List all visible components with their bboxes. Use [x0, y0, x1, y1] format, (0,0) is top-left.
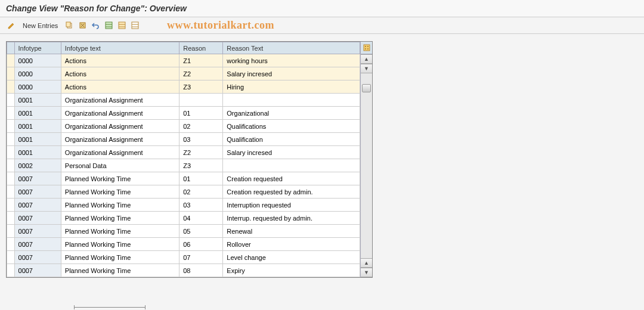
cell-reason[interactable]: 07 [179, 251, 223, 264]
select-all-rows[interactable] [7, 42, 15, 54]
cell-reason[interactable]: 05 [179, 225, 223, 238]
cell-reason[interactable]: 06 [179, 238, 223, 251]
row-selector[interactable] [7, 185, 15, 199]
cell-reason[interactable]: Z1 [179, 54, 223, 67]
cell-reason[interactable]: 04 [179, 212, 223, 225]
row-selector[interactable] [7, 199, 15, 212]
scroll-down-button[interactable]: ▼ [361, 64, 372, 73]
row-selector[interactable] [7, 107, 15, 120]
row-selector[interactable] [7, 212, 15, 225]
cell-infotype-text[interactable]: Organizational Assignment [61, 120, 179, 133]
cell-infotype[interactable]: 0007 [14, 264, 61, 277]
cell-reason-text[interactable]: Expiry [223, 264, 360, 277]
change-icon[interactable] [6, 20, 17, 31]
cell-infotype[interactable]: 0007 [14, 212, 61, 225]
cell-reason[interactable]: 03 [179, 199, 223, 212]
scroll-up-page-button[interactable]: ▲ [361, 258, 372, 268]
cell-reason-text[interactable]: Hiring [223, 80, 360, 94]
cell-infotype[interactable]: 0007 [14, 238, 61, 251]
col-infotype[interactable]: Infotype [14, 42, 61, 54]
cell-reason-text[interactable]: Salary incresed [223, 67, 360, 80]
cell-infotype[interactable]: 0007 [14, 172, 61, 185]
cell-infotype[interactable]: 0000 [14, 54, 61, 67]
cell-infotype-text[interactable]: Personal Data [61, 159, 179, 172]
cell-infotype-text[interactable]: Organizational Assignment [61, 146, 179, 159]
cell-reason[interactable]: 02 [179, 120, 223, 133]
cell-infotype-text[interactable]: Planned Working Time [61, 264, 179, 277]
scroll-down-page-button[interactable]: ▼ [361, 268, 372, 277]
table-settings-icon[interactable] [361, 42, 372, 54]
cell-reason[interactable]: 03 [179, 133, 223, 146]
cell-reason-text[interactable] [223, 159, 360, 172]
cell-infotype[interactable]: 0007 [14, 225, 61, 238]
cell-infotype[interactable]: 0002 [14, 159, 61, 172]
row-selector[interactable] [7, 238, 15, 251]
cell-reason-text[interactable]: Interrup. requested by admin. [223, 212, 360, 225]
cell-infotype[interactable]: 0007 [14, 251, 61, 264]
cell-infotype[interactable]: 0001 [14, 94, 61, 107]
cell-infotype[interactable]: 0001 [14, 133, 61, 146]
cell-reason-text[interactable]: Qualification [223, 133, 360, 146]
new-entries-button[interactable]: New Entries [19, 21, 61, 30]
row-selector[interactable] [7, 133, 15, 146]
cell-reason-text[interactable]: working hours [223, 54, 360, 67]
row-selector[interactable] [7, 225, 15, 238]
cell-reason[interactable]: Z2 [179, 146, 223, 159]
cell-reason[interactable]: Z3 [179, 159, 223, 172]
cell-infotype-text[interactable]: Organizational Assignment [61, 133, 179, 146]
cell-infotype[interactable]: 0001 [14, 107, 61, 120]
cell-reason[interactable]: 02 [179, 185, 223, 199]
cell-infotype-text[interactable]: Planned Working Time [61, 212, 179, 225]
cell-reason-text[interactable]: Creation requested by admin. [223, 185, 360, 199]
cell-infotype-text[interactable]: Planned Working Time [61, 185, 179, 199]
cell-reason[interactable]: Z2 [179, 67, 223, 80]
cell-reason-text[interactable]: Rollover [223, 238, 360, 251]
cell-infotype[interactable]: 0000 [14, 80, 61, 94]
col-reason-text[interactable]: Reason Text [223, 42, 360, 54]
cell-reason[interactable]: 01 [179, 107, 223, 120]
delete-icon[interactable] [77, 20, 88, 31]
row-selector[interactable] [7, 80, 15, 94]
cell-reason-text[interactable]: Salary incresed [223, 146, 360, 159]
row-selector[interactable] [7, 67, 15, 80]
row-selector[interactable] [7, 120, 15, 133]
cell-reason[interactable]: 01 [179, 172, 223, 185]
cell-reason-text[interactable]: Renewal [223, 225, 360, 238]
cell-infotype-text[interactable]: Actions [61, 80, 179, 94]
scroll-track[interactable] [361, 73, 372, 258]
col-reason[interactable]: Reason [179, 42, 223, 54]
copy-icon[interactable] [64, 20, 75, 31]
cell-infotype-text[interactable]: Planned Working Time [61, 199, 179, 212]
cell-infotype[interactable]: 0007 [14, 199, 61, 212]
cell-infotype[interactable]: 0001 [14, 120, 61, 133]
row-selector[interactable] [7, 264, 15, 277]
cell-infotype-text[interactable]: Actions [61, 54, 179, 67]
row-selector[interactable] [7, 172, 15, 185]
scroll-thumb[interactable] [362, 84, 371, 92]
cell-reason-text[interactable]: Level change [223, 251, 360, 264]
cell-infotype-text[interactable]: Actions [61, 67, 179, 80]
cell-infotype-text[interactable]: Planned Working Time [61, 172, 179, 185]
cell-reason[interactable]: 08 [179, 264, 223, 277]
row-selector[interactable] [7, 159, 15, 172]
cell-reason-text[interactable]: Creation requested [223, 172, 360, 185]
cell-reason-text[interactable]: Organizational [223, 107, 360, 120]
row-selector[interactable] [7, 251, 15, 264]
col-infotype-text[interactable]: Infotype text [61, 42, 179, 54]
deselect-all-icon[interactable] [129, 20, 140, 31]
cell-infotype-text[interactable]: Planned Working Time [61, 251, 179, 264]
cell-reason[interactable] [179, 94, 223, 107]
row-selector[interactable] [7, 54, 15, 67]
scroll-up-button[interactable]: ▲ [361, 54, 372, 64]
cell-reason-text[interactable]: Qualifications [223, 120, 360, 133]
select-all-icon[interactable] [103, 20, 114, 31]
cell-infotype[interactable]: 0007 [14, 185, 61, 199]
cell-infotype-text[interactable]: Planned Working Time [61, 225, 179, 238]
cell-infotype-text[interactable]: Organizational Assignment [61, 94, 179, 107]
row-selector[interactable] [7, 94, 15, 107]
cell-reason[interactable]: Z3 [179, 80, 223, 94]
cell-infotype-text[interactable]: Planned Working Time [61, 238, 179, 251]
cell-infotype[interactable]: 0000 [14, 67, 61, 80]
cell-reason-text[interactable] [223, 94, 360, 107]
select-block-icon[interactable] [116, 20, 127, 31]
